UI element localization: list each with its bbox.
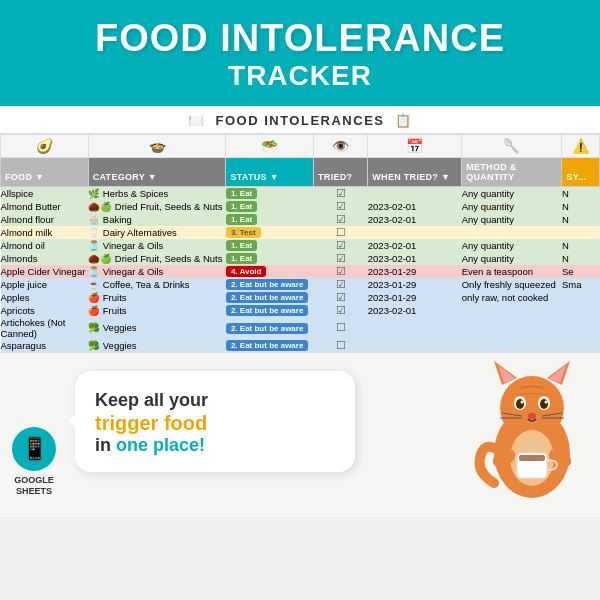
cell-method: Any quantity	[462, 186, 562, 200]
cell-tried: ☑	[314, 265, 368, 278]
cell-method: Any quantity	[462, 200, 562, 213]
cell-category: 🫙 Vinegar & Oils	[88, 239, 226, 252]
cell-when: 2023-01-29	[368, 265, 462, 278]
cell-category: 🥦 Veggies	[88, 317, 226, 339]
cell-sym: N	[562, 186, 600, 200]
method-icon: 🥄	[462, 134, 562, 157]
header-title-main: FOOD INTOLERANCE	[10, 18, 590, 60]
cell-when: 2023-01-29	[368, 278, 462, 291]
cell-tried: ☑	[314, 213, 368, 226]
cat-character	[472, 352, 592, 517]
cell-method: Even a teaspoon	[462, 265, 562, 278]
cell-food: Asparagus	[1, 339, 89, 352]
table-row: Almond milk🥛 Dairy Alternatives3. Test☐	[1, 226, 600, 239]
column-header-row: FOOD ▼ CATEGORY ▼ STATUS ▼ TRIED? WHEN T…	[1, 157, 600, 186]
table-row: Apple Cider Vinegar🫙 Vinegar & Oils4. Av…	[1, 265, 600, 278]
cell-status: 2. Eat but be aware	[226, 304, 314, 317]
svg-point-8	[516, 399, 524, 409]
cell-status: 2. Eat but be aware	[226, 317, 314, 339]
cell-method: Only freshly squeezed	[462, 278, 562, 291]
table-row: Almond flour🧁 Baking1. Eat☑2023-02-01Any…	[1, 213, 600, 226]
svg-point-10	[521, 400, 524, 403]
bubble-trigger-text: trigger food	[95, 412, 207, 434]
cell-status: 2. Eat but be aware	[226, 339, 314, 352]
cell-sym	[562, 339, 600, 352]
cell-category: 🧁 Baking	[88, 213, 226, 226]
cell-method: Any quantity	[462, 213, 562, 226]
svg-point-11	[545, 400, 548, 403]
subtitle-bar: 🍽️ FOOD INTOLERANCES 📋	[0, 106, 600, 134]
cell-sym: Sma	[562, 278, 600, 291]
cell-food: Artichokes (Not Canned)	[1, 317, 89, 339]
cell-status: 1. Eat	[226, 252, 314, 265]
cell-sym: Se	[562, 265, 600, 278]
cell-food: Allspice	[1, 186, 89, 200]
cell-sym: N	[562, 200, 600, 213]
cell-food: Apple juice	[1, 278, 89, 291]
bubble-line2: in one place!	[95, 435, 335, 456]
table-row: Apples🍎 Fruits2. Eat but be aware☑2023-0…	[1, 291, 600, 304]
table-row: Almonds🌰🍏 Dried Fruit, Seeds & Nuts1. Ea…	[1, 252, 600, 265]
google-sheets-badge: 📱 GOOGLESHEETS	[12, 427, 56, 497]
cell-tried: ☑	[314, 200, 368, 213]
cell-sym: N	[562, 239, 600, 252]
cell-category: 🫙 Vinegar & Oils	[88, 265, 226, 278]
cell-method: Any quantity	[462, 239, 562, 252]
cell-category: 🌰🍏 Dried Fruit, Seeds & Nuts	[88, 200, 226, 213]
col-header-method: METHOD & QUANTITY	[462, 157, 562, 186]
cell-food: Almond milk	[1, 226, 89, 239]
table-row: Allspice🌿 Herbs & Spices1. Eat☑Any quant…	[1, 186, 600, 200]
cell-method: Any quantity	[462, 252, 562, 265]
cell-method: only raw, not cooked	[462, 291, 562, 304]
cell-when: 2023-02-01	[368, 200, 462, 213]
table-row: Almond Butter🌰🍏 Dried Fruit, Seeds & Nut…	[1, 200, 600, 213]
cell-method	[462, 226, 562, 239]
cell-method	[462, 304, 562, 317]
cell-status: 1. Eat	[226, 239, 314, 252]
col-header-category: CATEGORY ▼	[88, 157, 226, 186]
cell-sym	[562, 226, 600, 239]
cell-when: 2023-01-29	[368, 291, 462, 304]
col-header-status: STATUS ▼	[226, 157, 314, 186]
icon-row: 🥑 🍲 🥗 👁️ 📅 🥄 ⚠️	[1, 134, 600, 157]
cell-food: Apples	[1, 291, 89, 304]
cell-sym	[562, 291, 600, 304]
category-icon: 🍲	[88, 134, 226, 157]
cell-tried: ☐	[314, 317, 368, 339]
col-header-tried: TRIED?	[314, 157, 368, 186]
subtitle-text: FOOD INTOLERANCES	[216, 113, 385, 128]
cell-when: 2023-02-01	[368, 213, 462, 226]
cell-food: Almond oil	[1, 239, 89, 252]
cell-tried: ☑	[314, 186, 368, 200]
cell-when	[368, 317, 462, 339]
food-icon: 🥑	[1, 134, 89, 157]
cell-status: 1. Eat	[226, 186, 314, 200]
cell-status: 2. Eat but be aware	[226, 278, 314, 291]
col-header-food: FOOD ▼	[1, 157, 89, 186]
table-row: Asparagus🥦 Veggies2. Eat but be aware☐	[1, 339, 600, 352]
header: FOOD INTOLERANCE TRACKER	[0, 0, 600, 106]
status-icon: 🥗	[226, 134, 314, 157]
bubble-highlight: trigger food	[95, 412, 335, 435]
cell-food: Almonds	[1, 252, 89, 265]
speech-bubble: Keep all your trigger food in one place!	[75, 371, 355, 472]
cell-when: 2023-02-01	[368, 239, 462, 252]
google-sheets-label: GOOGLESHEETS	[14, 475, 54, 497]
bottom-section: 📱 GOOGLESHEETS Keep all your trigger foo…	[0, 352, 600, 517]
bubble-one-place: one place!	[116, 435, 205, 455]
cell-method	[462, 317, 562, 339]
cell-tried: ☐	[314, 339, 368, 352]
cell-category: 🌰🍏 Dried Fruit, Seeds & Nuts	[88, 252, 226, 265]
cell-category: 🥦 Veggies	[88, 339, 226, 352]
cell-status: 4. Avoid	[226, 265, 314, 278]
cell-sym	[562, 304, 600, 317]
svg-point-12	[528, 413, 536, 419]
cell-when	[368, 186, 462, 200]
cell-sym: N	[562, 252, 600, 265]
cell-when	[368, 339, 462, 352]
tried-icon: 👁️	[314, 134, 368, 157]
food-intolerance-table: 🥑 🍲 🥗 👁️ 📅 🥄 ⚠️ FOOD ▼ CATEGORY ▼ STATUS…	[0, 134, 600, 352]
cell-status: 2. Eat but be aware	[226, 291, 314, 304]
cell-sym	[562, 317, 600, 339]
svg-point-9	[540, 399, 548, 409]
